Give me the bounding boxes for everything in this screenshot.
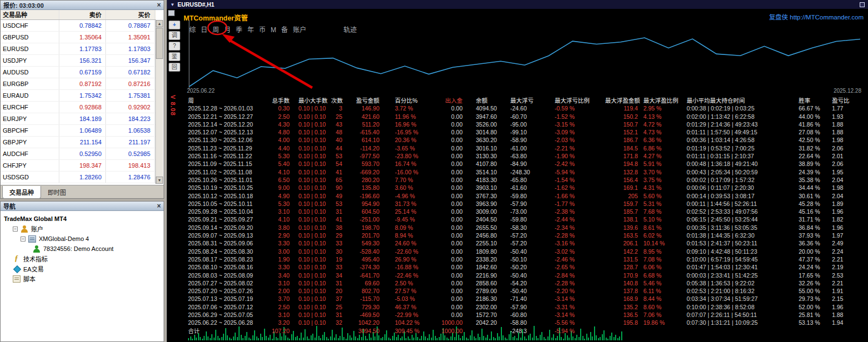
stats-table-row: 2025.12.28 ~ 2026.01.030.300.10 | 0.1031… [186, 104, 866, 112]
market-watch-row-EURCHF[interactable]: EURCHF0.928680.92902 [1, 102, 156, 113]
tree-expand-icon[interactable]: − [13, 227, 18, 232]
stats-table-row: 2025.09.21 ~ 2025.09.274.100.10 | 0.1041… [186, 215, 866, 223]
stats-table-row: 2025.09.28 ~ 2025.10.043.100.10 | 0.1031… [186, 208, 866, 215]
market-watch-scrollbar[interactable]: ▲ ▼ [155, 20, 163, 184]
market-watch-row-GBPUSD[interactable]: GBPUSD1.350641.35091 [1, 32, 156, 43]
stats-table-row: 2025.12.07 ~ 2025.12.134.800.10 | 0.1048… [186, 128, 866, 136]
stats-table-total-row: 合计107.203094.50309.45 %1000.00-248.3-5.9… [186, 327, 866, 335]
server-icon [28, 235, 36, 243]
stats-table-row: 2025.08.24 ~ 2025.08.303.000.10 | 0.1030… [186, 248, 866, 255]
review-button[interactable]: 鉴 [169, 52, 180, 61]
equity-line [189, 38, 860, 87]
annotation-arrow-shaft [230, 41, 312, 88]
stats-table-header: 周总手数最小大手数次数盈亏金额百分比%出入金余额最大浮亏最大浮亏比例最大浮盈金额… [186, 97, 866, 104]
stats-table-row: 2025.12.21 ~ 2025.12.272.500.10 | 0.1025… [186, 113, 866, 120]
scroll-up-icon[interactable]: ▲ [156, 20, 163, 27]
stats-table-row: 2025.11.30 ~ 2025.12.064.000.10 | 0.1040… [186, 136, 866, 144]
window-button-icon[interactable] [860, 2, 865, 7]
window-menu-icon[interactable]: ▼ [170, 2, 175, 7]
stats-table-row: 2025.07.20 ~ 2025.07.262.000.10 | 0.1020… [186, 287, 866, 295]
stats-table-row: 2025.10.26 ~ 2025.11.016.500.10 | 0.1065… [186, 176, 866, 184]
stats-table-row: 2025.07.13 ~ 2025.07.193.700.10 | 0.1037… [186, 295, 866, 303]
market-watch-row-USDSGD[interactable]: USDSGD1.282601.28476 [1, 172, 156, 183]
stats-table-row: 2025.11.23 ~ 2025.11.294.400.10 | 0.1044… [186, 144, 866, 152]
market-watch-header: 交易品种 卖价 买价 [1, 10, 156, 20]
tab-交易品种[interactable]: 交易品种 [2, 186, 41, 199]
market-watch-row-AUDUSD[interactable]: AUDUSD0.671590.67182 [1, 67, 156, 78]
market-watch-rows: USDCHF0.788420.78867GBPUSD1.350641.35091… [1, 20, 164, 183]
return-button[interactable]: 回 [169, 63, 180, 72]
panel-tab-轨迹[interactable]: 轨迹 [343, 26, 357, 34]
stats-table-row: 2025.08.31 ~ 2025.09.063.300.10 | 0.1033… [186, 239, 866, 247]
stats-table-row: 2025.08.10 ~ 2025.08.163.300.10 | 0.1033… [186, 263, 866, 271]
panel-tab-备[interactable]: 备 [281, 26, 288, 34]
tab-即时图[interactable]: 即时图 [41, 186, 73, 198]
stats-table-row: 2025.10.12 ~ 2025.10.184.900.10 | 0.1049… [186, 192, 866, 200]
panel-tab-年[interactable]: 年 [247, 26, 254, 34]
market-watch-row-GBPCHF[interactable]: GBPCHF1.064891.06538 [1, 125, 156, 137]
market-watch-row-EURUSD[interactable]: EURUSD1.177831.17803 [1, 43, 156, 55]
navigator-item-terminal[interactable]: TradeMax Global MT4 [1, 214, 164, 224]
chart-titlebar: ▼ EURUSD#,H1 [167, 0, 868, 9]
panel-tab-币[interactable]: 币 [259, 26, 266, 34]
market-watch-row-EURGBP[interactable]: EURGBP0.871920.87216 [1, 78, 156, 90]
stats-table-row: 2025.12.14 ~ 2025.12.204.300.10 | 0.1043… [186, 120, 866, 128]
tree-expand-icon[interactable]: − [21, 237, 26, 242]
market-watch-row-USDJPY[interactable]: USDJPY156.321156.347 [1, 55, 156, 67]
stats-table-row: 2025.06.29 ~ 2025.07.053.100.10 | 0.1031… [186, 311, 866, 319]
stats-table-row: 2025.10.05 ~ 2025.10.115.300.10 | 0.1053… [186, 200, 866, 208]
stats-table-row: 2025.08.17 ~ 2025.08.231.900.10 | 0.1019… [186, 255, 866, 263]
column-header-ask[interactable]: 买价 [106, 10, 155, 19]
market-watch-row-EURAUD[interactable]: EURAUD1.753421.75381 [1, 90, 156, 102]
annotation-arrow-head [222, 34, 235, 43]
navigator-item-scripts[interactable]: 脚本 [1, 274, 164, 284]
navigator-item-account-server[interactable]: −XMGlobal-Demo 4 [1, 234, 164, 244]
navigator-title: 导航 [3, 202, 16, 210]
scrollbar-thumb[interactable] [156, 28, 163, 59]
help-button[interactable]: ? [169, 42, 180, 51]
weekly-stats-table: 周总手数最小大手数次数盈亏金额百分比%出入金余额最大浮亏最大浮亏比例最大浮盈金额… [186, 97, 866, 335]
stats-table-row: 2025.09.07 ~ 2025.09.132.900.10 | 0.1029… [186, 232, 866, 239]
chart-area: +调?鉴回 V 8.08 MTCommander资管 复盘侠 http://MT… [167, 9, 868, 342]
navigator-item-indicators[interactable]: 技术指标 [1, 254, 164, 264]
stats-table-row: 2025.09.14 ~ 2025.09.203.800.10 | 0.1038… [186, 224, 866, 232]
move-tool-button[interactable]: + [169, 21, 180, 29]
panel-tab-综[interactable]: 综 [189, 26, 196, 34]
market-watch-row-GBPJPY[interactable]: GBPJPY211.154211.197 [1, 137, 156, 148]
panel-tab-月[interactable]: 月 [224, 26, 231, 34]
stats-table-row: 2025.10.19 ~ 2025.10.259.000.10 | 0.1090… [186, 184, 866, 192]
panel-collapse-button[interactable] [168, 10, 175, 16]
chart-title: EURUSD#,H1 [177, 1, 215, 8]
panel-tab-bar: 综日周月季年币M备账户轨迹 [189, 24, 362, 34]
navigator-item-accounts[interactable]: −账户 [1, 224, 164, 234]
x-axis-start-label: 2025.06.22 [187, 88, 215, 94]
panel-tab-季[interactable]: 季 [236, 26, 242, 34]
column-header-symbol[interactable]: 交易品种 [1, 10, 59, 19]
navigator-item-ea[interactable]: EA交易 [1, 264, 164, 274]
version-label: V 8.08 [170, 95, 176, 116]
market-watch-row-AUDCHF[interactable]: AUDCHF0.529500.52985 [1, 148, 156, 160]
navigator-titlebar: 导航 × [1, 202, 164, 211]
mtcommander-link[interactable]: 复盘侠 http://MTCommander.com [769, 12, 864, 21]
ea-icon [13, 265, 21, 273]
market-watch-panel: 报价: 03:03:00 × 交易品种 卖价 买价 USDCHF0.788420… [0, 0, 164, 199]
stats-table-row: 2025.11.02 ~ 2025.11.084.100.10 | 0.1041… [186, 168, 866, 176]
column-header-bid[interactable]: 卖价 [59, 10, 106, 19]
panel-tab-日[interactable]: 日 [201, 26, 207, 34]
close-icon[interactable]: × [157, 203, 161, 209]
panel-tab-周[interactable]: 周 [212, 26, 219, 34]
market-watch-title: 报价: 03:03:00 [3, 1, 44, 9]
panel-side-toolbar: +调?鉴回 [169, 21, 180, 73]
market-watch-titlebar: 报价: 03:03:00 × [1, 1, 164, 10]
adjust-button[interactable]: 调 [169, 31, 180, 40]
close-icon[interactable]: × [157, 2, 161, 8]
panel-tab-账户[interactable]: 账户 [293, 26, 306, 34]
market-watch-row-USDCHF[interactable]: USDCHF0.788420.78867 [1, 20, 156, 32]
accounts-icon [21, 225, 28, 233]
scroll-down-icon[interactable]: ▼ [156, 177, 163, 184]
navigator-item-demo-account[interactable]: 78324556: Demo Account [1, 244, 164, 254]
panel-tab-M[interactable]: M [271, 26, 276, 34]
market-watch-row-EURJPY[interactable]: EURJPY184.189184.223 [1, 113, 156, 125]
scripts-icon [13, 275, 21, 283]
market-watch-row-CHFJPY[interactable]: CHFJPY198.347198.413 [1, 160, 156, 172]
